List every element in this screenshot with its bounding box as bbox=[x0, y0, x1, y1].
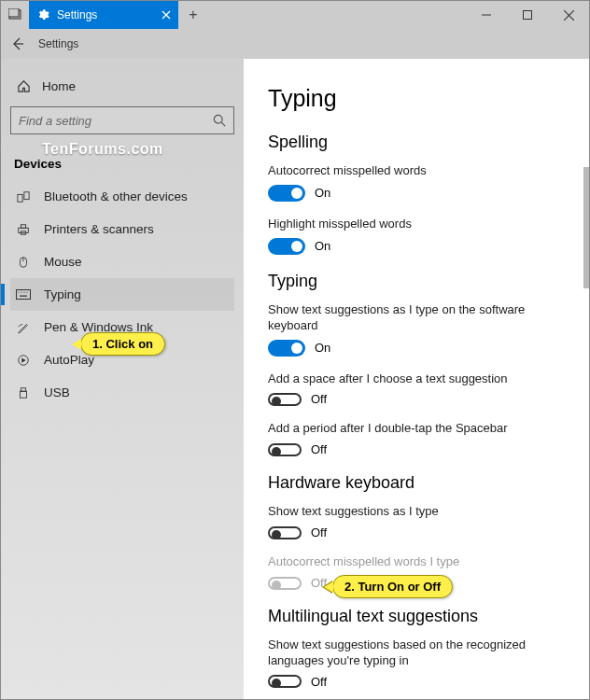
toggle-multilingual[interactable] bbox=[268, 675, 302, 688]
sidebar-section-head: Devices bbox=[10, 151, 234, 180]
setting-label: Autocorrect misspelled words bbox=[268, 163, 565, 179]
sidebar-home-label: Home bbox=[42, 79, 76, 93]
pen-icon bbox=[16, 321, 31, 334]
setting-label: Highlight misspelled words bbox=[268, 217, 565, 232]
toggle-highlight[interactable] bbox=[268, 238, 305, 255]
group-heading-hardware: Hardware keyboard bbox=[268, 473, 565, 493]
new-tab-button[interactable]: + bbox=[178, 1, 208, 29]
svg-point-22 bbox=[26, 291, 27, 292]
sidebar-item-label: Typing bbox=[44, 287, 81, 301]
header-bar: Settings bbox=[1, 29, 589, 59]
setting-multilingual: Show text suggestions based on the recog… bbox=[268, 637, 565, 689]
header-label: Settings bbox=[38, 37, 78, 50]
autoplay-icon bbox=[16, 354, 31, 367]
active-tab[interactable]: Settings bbox=[29, 1, 178, 29]
titlebar: Settings + bbox=[1, 1, 589, 29]
setting-label: Show text suggestions as I type on the s… bbox=[268, 302, 565, 334]
sidebar-item-label: AutoPlay bbox=[44, 353, 94, 367]
close-tab-icon[interactable] bbox=[162, 10, 171, 20]
svg-rect-13 bbox=[19, 228, 29, 232]
sidebar: Home TenForums.com Devices Bluetooth & o… bbox=[1, 59, 244, 699]
setting-highlight: Highlight misspelled words On bbox=[268, 217, 565, 255]
setting-autocorrect: Autocorrect misspelled words On bbox=[268, 163, 565, 202]
svg-point-20 bbox=[21, 291, 21, 292]
svg-rect-5 bbox=[524, 11, 532, 20]
setting-label: Add a space after I choose a text sugges… bbox=[268, 371, 565, 387]
svg-point-19 bbox=[18, 291, 19, 292]
svg-rect-26 bbox=[21, 391, 27, 398]
setting-label: Autocorrect misspelled words I type bbox=[268, 554, 565, 570]
setting-add-space: Add a space after I choose a text sugges… bbox=[268, 371, 565, 407]
svg-point-21 bbox=[23, 291, 24, 292]
toggle-suggestions-sw[interactable] bbox=[268, 340, 305, 357]
svg-rect-23 bbox=[20, 295, 27, 296]
setting-label: Add a period after I double-tap the Spac… bbox=[268, 421, 565, 437]
svg-rect-25 bbox=[21, 387, 25, 391]
setting-label: Show text suggestions based on the recog… bbox=[268, 637, 565, 669]
sidebar-item-label: USB bbox=[44, 385, 70, 399]
toggle-autocorrect[interactable] bbox=[268, 185, 305, 202]
toggle-add-space[interactable] bbox=[268, 393, 302, 406]
svg-line-10 bbox=[221, 122, 225, 126]
keyboard-icon bbox=[16, 289, 31, 301]
main-content: Typing Spelling Autocorrect misspelled w… bbox=[244, 59, 589, 699]
minimize-button[interactable] bbox=[466, 1, 507, 29]
search-icon bbox=[213, 114, 226, 127]
group-heading-multilingual: Multilingual text suggestions bbox=[268, 607, 565, 626]
toggle-state: Off bbox=[311, 392, 327, 406]
usb-icon bbox=[16, 386, 31, 399]
toggle-add-period[interactable] bbox=[268, 443, 302, 456]
sidebar-item-usb[interactable]: USB bbox=[10, 376, 234, 409]
search-box[interactable] bbox=[10, 106, 234, 134]
sidebar-item-label: Bluetooth & other devices bbox=[44, 189, 188, 203]
search-input[interactable] bbox=[19, 114, 213, 128]
maximize-button[interactable] bbox=[507, 1, 548, 29]
setting-suggestions-hw: Show text suggestions as I type Off bbox=[268, 504, 565, 539]
setting-suggestions-sw: Show text suggestions as I type on the s… bbox=[268, 302, 565, 357]
sidebar-item-bluetooth[interactable]: Bluetooth & other devices bbox=[10, 180, 234, 213]
back-button[interactable] bbox=[10, 36, 25, 51]
sidebar-item-typing[interactable]: Typing bbox=[10, 278, 234, 311]
sidebar-home[interactable]: Home bbox=[10, 72, 234, 101]
toggle-state: Off bbox=[311, 675, 327, 689]
page-title: Typing bbox=[268, 85, 565, 112]
svg-rect-11 bbox=[18, 194, 22, 202]
callout-1: 1. Click on bbox=[80, 332, 165, 356]
setting-add-period: Add a period after I double-tap the Spac… bbox=[268, 421, 565, 456]
toggle-autocorrect-hw bbox=[268, 577, 302, 590]
svg-rect-1 bbox=[8, 8, 19, 17]
gear-icon bbox=[36, 8, 49, 21]
toggle-state: Off bbox=[311, 442, 327, 456]
toggle-state: On bbox=[315, 341, 330, 355]
svg-point-9 bbox=[214, 115, 222, 123]
tab-title: Settings bbox=[57, 8, 97, 21]
toggle-state: Off bbox=[311, 525, 327, 539]
setting-label: Show text suggestions as I type bbox=[268, 504, 565, 520]
toggle-state: On bbox=[315, 239, 330, 253]
svg-rect-12 bbox=[24, 191, 29, 199]
sidebar-item-printers[interactable]: Printers & scanners bbox=[10, 213, 234, 245]
sidebar-item-label: Mouse bbox=[44, 255, 82, 269]
scrollbar-thumb[interactable] bbox=[583, 167, 589, 288]
group-heading-typing: Typing bbox=[268, 272, 565, 291]
mouse-icon bbox=[16, 256, 31, 269]
svg-rect-18 bbox=[17, 289, 31, 299]
sidebar-item-mouse[interactable]: Mouse bbox=[10, 245, 234, 278]
taskview-icon[interactable] bbox=[1, 1, 29, 29]
sidebar-item-label: Printers & scanners bbox=[44, 222, 154, 236]
group-heading-spelling: Spelling bbox=[268, 133, 565, 152]
titlebar-drag-area bbox=[208, 1, 466, 29]
printer-icon bbox=[16, 223, 31, 236]
bluetooth-icon bbox=[16, 190, 31, 203]
home-icon bbox=[16, 79, 31, 93]
svg-rect-14 bbox=[21, 224, 25, 228]
toggle-state: On bbox=[315, 186, 330, 200]
close-window-button[interactable] bbox=[548, 1, 589, 29]
callout-2: 2. Turn On or Off bbox=[332, 575, 453, 598]
toggle-suggestions-hw[interactable] bbox=[268, 526, 302, 539]
